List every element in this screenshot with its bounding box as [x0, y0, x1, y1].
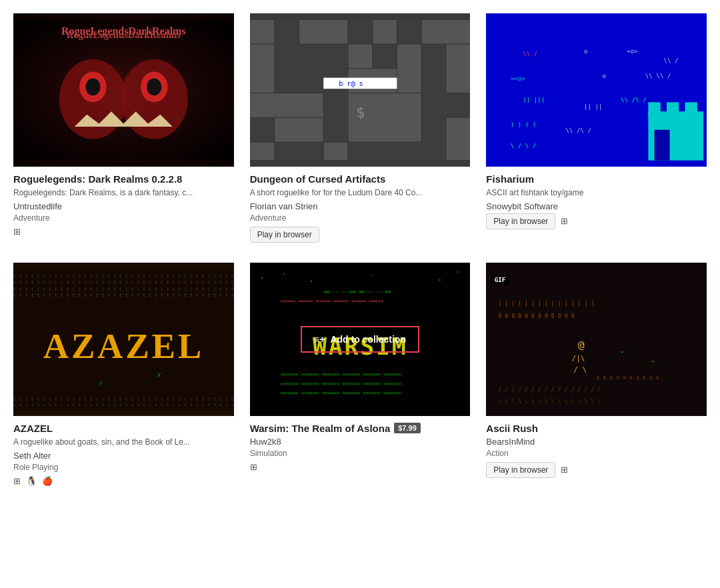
card-footer-azazel: ⊞ 🐧 🍎 [13, 476, 234, 486]
svg-rect-15 [397, 44, 421, 93]
card-warsim[interactable]: <<--- --->> <<--- --->> <<=== ===>> <<==… [250, 263, 471, 490]
svg-text:\\ /\ /: \\ /\ / [621, 96, 647, 103]
card-desc-dungeon: A short roguelike for for the Ludum Dare… [250, 187, 471, 199]
card-body-ascii-rush: Ascii Rush BearsInMind Action Play in br… [486, 416, 707, 482]
card-title-azazel: AZAZEL [13, 423, 234, 434]
card-footer-fisharium: Play in browser ⊞ [486, 213, 707, 229]
svg-rect-12 [421, 19, 470, 44]
card-genre-warsim: Simulation [250, 449, 471, 458]
card-genre-azazel: Role Playing [13, 463, 234, 472]
svg-text:>>>>>> >>>>>>  >>>>>> >>>>>>  : >>>>>> >>>>>> >>>>>> >>>>>> >>>>>> >>>>>… [281, 389, 401, 395]
svg-text:o: o [584, 47, 588, 55]
svg-text:\ / \ /: \ / \ / [511, 142, 537, 149]
svg-rect-22 [323, 142, 348, 161]
svg-rect-16 [446, 44, 471, 93]
card-dungeon[interactable]: b r@ s $ Dungeon of Cursed Artifacts A s… [250, 13, 471, 247]
price-badge-warsim: $7.99 [394, 423, 421, 433]
svg-text:*: * [621, 350, 623, 356]
svg-text:b  r@ s: b r@ s [339, 80, 363, 87]
card-body-roguelegends: Roguelegends: Dark Realms 0.2.2.8 Roguel… [13, 167, 234, 241]
card-azazel[interactable]: t t t t t t t t t t t t t t t t t t t t … [13, 263, 234, 490]
svg-text:\\ /: \\ / [523, 50, 537, 57]
svg-text:>>>>>> >>>>>>  >>>>>> >>>>>>  : >>>>>> >>>>>> >>>>>> >>>>>> >>>>>> >>>>>… [281, 371, 401, 377]
linux-icon-azazel: 🐧 [26, 476, 37, 486]
card-ascii-rush[interactable]: GIF | | | | | | | | | | | | | | | 0 0 0 … [486, 263, 707, 490]
card-image-fisharium: \\ / o <o> \\ / ><o> o \\ \\ / )) ||( ||… [486, 13, 707, 167]
svg-rect-9 [250, 19, 275, 44]
card-desc-fisharium: ASCII art fishtank toy/game [486, 187, 707, 199]
svg-point-6 [85, 79, 100, 96]
card-desc-azazel: A roguelike about goats, sin, and the Bo… [13, 437, 234, 448]
card-author-ascii-rush: BearsInMind [486, 437, 707, 447]
card-genre-dungeon: Adventure [250, 213, 471, 223]
svg-text:0 0 0 0 0 0  0 0 0 0 0 0: 0 0 0 0 0 0 0 0 0 0 0 0 [499, 313, 575, 319]
card-image-dungeon: b r@ s $ [250, 13, 471, 167]
card-desc-roguelegends: Roguelegends: Dark Realms, is a dark fan… [13, 187, 234, 199]
svg-text:| | | | | | | | | | | | | | |: | | | | | | | | | | | | | | | [499, 300, 595, 307]
card-body-azazel: AZAZEL A roguelike about goats, sin, and… [13, 416, 234, 490]
svg-point-57 [261, 277, 263, 279]
svg-text:><o>: ><o> [511, 75, 526, 82]
game-grid: RogueLegendsDarkRealms Roguelegends: Dar… [0, 0, 720, 503]
card-author-dungeon: Florian van Strien [250, 201, 471, 211]
svg-text:\ \ \ \ \ \ \ \ \ \ \ \ \ \ \ : \ \ \ \ \ \ \ \ \ \ \ \ \ \ \ \ [499, 398, 601, 405]
svg-text:o: o [603, 72, 607, 79]
svg-rect-14 [348, 44, 373, 69]
svg-text:<o>: <o> [627, 47, 639, 55]
card-footer-ascii-rush: Play in browser ⊞ [486, 462, 707, 478]
svg-text:RogueLegendsDarkRealms: RogueLegendsDarkRealms [67, 29, 181, 40]
card-title-ascii-rush: Ascii Rush [486, 423, 707, 434]
card-genre-ascii-rush: Action [486, 449, 707, 458]
windows-icon-azazel: ⊞ [13, 476, 21, 486]
svg-text:|| ||: || || [584, 103, 603, 110]
card-image-roguelegends: RogueLegendsDarkRealms [13, 13, 234, 167]
windows-icon: ⊞ [13, 227, 21, 237]
card-footer-dungeon: Play in browser [250, 227, 471, 243]
svg-text:r: r [99, 379, 103, 387]
card-author-fisharium: Snowybit Software [486, 201, 707, 211]
card-fisharium[interactable]: \\ / o <o> \\ / ><o> o \\ \\ / )) ||( ||… [486, 13, 707, 247]
card-body-warsim: Warsim: The Realm of Aslona $7.99 Huw2k8… [250, 416, 471, 476]
svg-rect-42 [655, 130, 670, 161]
svg-rect-11 [372, 19, 397, 44]
svg-text:AZAZEL: AZAZEL [43, 326, 204, 365]
play-in-browser-button-dungeon[interactable]: Play in browser [250, 227, 319, 243]
svg-rect-10 [299, 19, 347, 44]
svg-text:<<--- --->>  <<--- --->>: <<--- --->> <<--- --->> [323, 289, 391, 295]
svg-text:y: y [157, 370, 161, 377]
svg-text:\\ \\ /: \\ \\ / [645, 72, 671, 79]
play-in-browser-button-fisharium[interactable]: Play in browser [486, 213, 555, 229]
svg-rect-13 [250, 44, 275, 93]
windows-icon-fisharium: ⊞ [561, 216, 568, 226]
card-author-warsim: Huw2k8 [250, 437, 471, 447]
windows-icon-ascii-rush: ⊞ [561, 465, 568, 475]
card-author-azazel: Seth Alter [13, 451, 234, 461]
card-image-azazel: t t t t t t t t t t t t t t t t t t t t … [13, 263, 234, 416]
card-title-dungeon: Dungeon of Cursed Artifacts [250, 173, 471, 185]
card-genre-roguelegends: Adventure [13, 213, 234, 223]
card-footer-warsim: ⊞ [250, 462, 471, 472]
add-to-collection-button[interactable]: ≡+ Add to collection [301, 326, 419, 353]
svg-text:t t t t t t t t t t t t t t t : t t t t t t t t t t t t t t t t t t t t … [13, 273, 234, 279]
svg-text:$: $ [356, 104, 365, 121]
svg-point-60 [371, 274, 373, 275]
svg-text:t t t t t t t t t t t t t t t : t t t t t t t t t t t t t t t t t t t t … [13, 396, 234, 402]
svg-point-61 [439, 279, 440, 281]
add-collection-icon: ≡+ [314, 334, 325, 345]
card-title-roguelegends: Roguelegends: Dark Realms 0.2.2.8 [13, 173, 234, 185]
play-in-browser-button-ascii-rush[interactable]: Play in browser [486, 462, 555, 478]
svg-rect-23 [446, 117, 471, 160]
svg-point-58 [283, 273, 284, 275]
svg-text:\\ /\ /: \\ /\ / [566, 127, 592, 134]
svg-text:*: * [651, 359, 654, 365]
svg-rect-21 [250, 142, 275, 161]
svg-rect-17 [250, 93, 323, 118]
card-roguelegends[interactable]: RogueLegendsDarkRealms Roguelegends: Dar… [13, 13, 234, 247]
svg-text:x x x x x x x x x x: x x x x x x x x x x [597, 373, 659, 380]
svg-point-7 [147, 79, 161, 96]
windows-icon-warsim: ⊞ [250, 462, 257, 472]
mac-icon-azazel: 🍎 [42, 476, 53, 486]
svg-text:/|\: /|\ [572, 354, 585, 363]
card-author-roguelegends: Untrustedlife [13, 201, 234, 211]
svg-text:t t t t t t t t t t t t t t t : t t t t t t t t t t t t t t t t t t t t … [13, 402, 234, 408]
